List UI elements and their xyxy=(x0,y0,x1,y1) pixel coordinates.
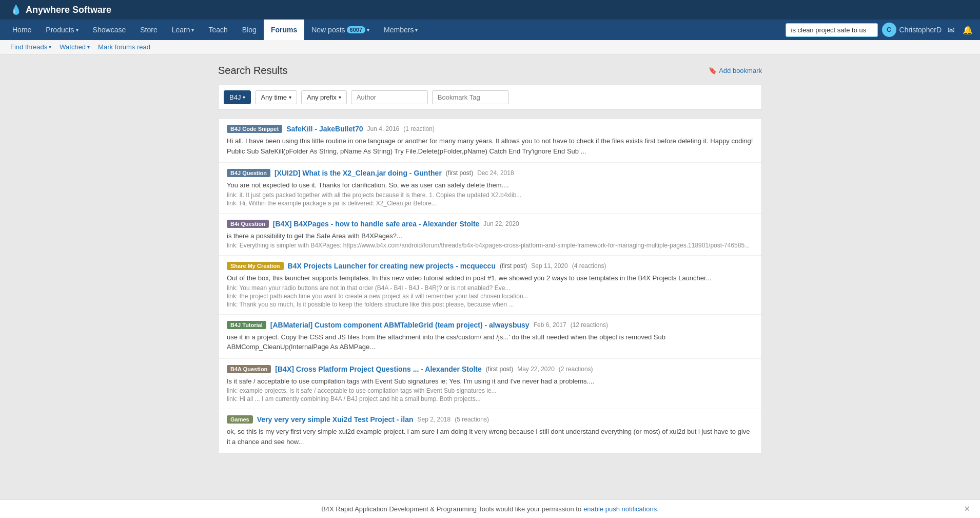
result-link: link: Thank you so much, Is it possible … xyxy=(227,301,753,308)
nav-home[interactable]: Home xyxy=(5,20,38,40)
result-tag: B4J Question xyxy=(227,169,270,177)
result-meta: B4A Question [B4X] Cross Platform Projec… xyxy=(227,365,753,373)
result-title[interactable]: [B4X] Cross Platform Project Questions .… xyxy=(275,365,481,373)
result-tag: B4A Question xyxy=(227,365,271,373)
result-item: Games Very very very simple Xui2d Test P… xyxy=(219,409,761,453)
chevron-down-icon: ▾ xyxy=(339,94,341,100)
secondary-nav: Find threads ▾ Watched ▾ Mark forums rea… xyxy=(0,40,980,54)
filter-row: B4J ▾ Any time ▾ Any prefix ▾ xyxy=(218,85,762,110)
platform-filter[interactable]: B4J ▾ xyxy=(224,90,251,104)
reactions-count: (12 reactions) xyxy=(571,321,608,329)
reactions-count: (2 reactions) xyxy=(559,366,593,373)
result-link: link: Hi all ... I am currently combinin… xyxy=(227,395,753,402)
chevron-down-icon: ▾ xyxy=(367,27,369,33)
result-snippet: Out of the box, this launcher supports t… xyxy=(227,273,753,283)
first-post-label: (first post) xyxy=(446,169,473,177)
time-filter[interactable]: Any time ▾ xyxy=(255,90,297,104)
flame-icon: 💧 xyxy=(10,4,22,15)
brand-name: Anywhere Software xyxy=(26,5,111,15)
nav-right: C ChristopherD ✉ 🔔 xyxy=(786,23,975,37)
result-title[interactable]: [ABMaterial] Custom component ABMTableGr… xyxy=(270,321,530,329)
bookmark-tag-input[interactable] xyxy=(432,90,509,104)
brand-logo[interactable]: 💧 Anywhere Software xyxy=(10,4,111,15)
result-snippet: is there a possibility to get the Safe A… xyxy=(227,231,753,241)
result-link: link: the project path each time you wan… xyxy=(227,293,753,300)
bookmark-icon: 🔖 xyxy=(709,67,717,74)
result-title[interactable]: [B4X] B4XPages - how to handle safe area… xyxy=(273,220,479,228)
mail-icon[interactable]: ✉ xyxy=(946,23,956,37)
nav-learn[interactable]: Learn ▾ xyxy=(165,20,202,40)
author-input[interactable] xyxy=(351,90,428,104)
brand-bar: 💧 Anywhere Software xyxy=(0,0,980,20)
chevron-down-icon: ▾ xyxy=(415,27,418,33)
reactions-count: (5 reactions) xyxy=(455,416,489,423)
result-date: Jun 4, 2016 xyxy=(367,125,400,132)
result-date: Feb 6, 2017 xyxy=(534,321,566,329)
result-meta: Share My Creation B4X Projects Launcher … xyxy=(227,262,753,270)
result-title[interactable]: Very very very simple Xui2d Test Project… xyxy=(257,415,414,424)
first-post-label: (first post) xyxy=(486,366,513,373)
mark-forums-read-link[interactable]: Mark forums read xyxy=(98,43,150,51)
add-bookmark-link[interactable]: 🔖 Add bookmark xyxy=(709,67,762,74)
result-snippet: You are not expected to use it. Thanks f… xyxy=(227,180,753,190)
result-meta: B4J Question [XUI2D] What is the X2_Clea… xyxy=(227,169,753,177)
result-item: B4J Tutorial [ABMaterial] Custom compone… xyxy=(219,315,761,359)
chevron-down-icon: ▾ xyxy=(76,27,79,33)
results-container: B4J Code Snippet SafeKill - JakeBullet70… xyxy=(218,118,762,453)
result-tag: Share My Creation xyxy=(227,262,284,270)
search-input[interactable] xyxy=(786,23,878,37)
bell-icon[interactable]: 🔔 xyxy=(961,23,975,37)
username[interactable]: ChristopherD xyxy=(899,26,942,34)
result-meta: B4J Tutorial [ABMaterial] Custom compone… xyxy=(227,321,753,329)
result-link: link: Everything is simpler with B4XPage… xyxy=(227,242,753,249)
result-item: B4J Question [XUI2D] What is the X2_Clea… xyxy=(219,163,761,214)
nav-teach[interactable]: Teach xyxy=(201,20,234,40)
nav-products[interactable]: Products ▾ xyxy=(38,20,85,40)
result-item: B4A Question [B4X] Cross Platform Projec… xyxy=(219,359,761,410)
result-item: B4i Question [B4X] B4XPages - how to han… xyxy=(219,214,761,256)
watched-link[interactable]: Watched ▾ xyxy=(60,43,90,51)
result-item: Share My Creation B4X Projects Launcher … xyxy=(219,256,761,315)
chevron-down-icon: ▾ xyxy=(49,44,51,50)
result-meta: B4J Code Snippet SafeKill - JakeBullet70… xyxy=(227,125,753,133)
result-date: May 22, 2020 xyxy=(517,366,555,373)
new-posts-badge: 6007 xyxy=(347,26,365,33)
nav-new-posts[interactable]: New posts 6007 ▾ xyxy=(304,20,377,40)
result-date: Jun 22, 2020 xyxy=(483,220,519,227)
nav-store[interactable]: Store xyxy=(133,20,164,40)
result-link: link: example projects. Is it safe / acc… xyxy=(227,387,753,394)
result-snippet: Is it safe / acceptable to use compilati… xyxy=(227,376,753,387)
result-meta: Games Very very very simple Xui2d Test P… xyxy=(227,415,753,424)
chevron-down-icon: ▾ xyxy=(243,94,245,100)
result-tag: B4J Code Snippet xyxy=(227,125,282,133)
result-date: Dec 24, 2018 xyxy=(477,169,514,177)
result-link: link: it. It just gets packed together w… xyxy=(227,191,753,199)
nav-forums[interactable]: Forums xyxy=(264,20,304,40)
prefix-filter[interactable]: Any prefix ▾ xyxy=(301,90,347,104)
page-title: Search Results xyxy=(218,65,288,76)
result-snippet: use it in a project. Copy the CSS and JS… xyxy=(227,332,753,352)
nav-members[interactable]: Members ▾ xyxy=(377,20,425,40)
result-meta: B4i Question [B4X] B4XPages - how to han… xyxy=(227,220,753,228)
chevron-down-icon: ▾ xyxy=(191,27,194,33)
result-date: Sep 2, 2018 xyxy=(417,416,450,423)
search-results-header: Search Results 🔖 Add bookmark xyxy=(218,65,762,76)
result-title[interactable]: [XUI2D] What is the X2_Clean.jar doing -… xyxy=(275,169,442,177)
nav-showcase[interactable]: Showcase xyxy=(86,20,133,40)
result-snippet: ok, so this is my very first very simple… xyxy=(227,427,753,447)
user-area: C ChristopherD xyxy=(882,23,942,37)
result-item: B4J Code Snippet SafeKill - JakeBullet70… xyxy=(219,119,761,163)
chevron-down-icon: ▾ xyxy=(87,44,90,50)
reactions-count: (1 reaction) xyxy=(403,125,435,132)
result-tag: B4J Tutorial xyxy=(227,321,266,329)
result-title[interactable]: B4X Projects Launcher for creating new p… xyxy=(288,262,496,270)
result-tag: Games xyxy=(227,415,253,424)
result-snippet: Hi all. I have been using this little ro… xyxy=(227,136,753,156)
reactions-count: (4 reactions) xyxy=(572,262,606,270)
main-nav: Home Products ▾ Showcase Store Learn ▾ T… xyxy=(0,20,980,40)
result-title[interactable]: SafeKill - JakeBullet70 xyxy=(286,125,363,133)
nav-blog[interactable]: Blog xyxy=(235,20,264,40)
first-post-label: (first post) xyxy=(500,262,527,270)
result-link: link: You mean your radio buttons are no… xyxy=(227,284,753,292)
find-threads-link[interactable]: Find threads ▾ xyxy=(10,43,51,51)
